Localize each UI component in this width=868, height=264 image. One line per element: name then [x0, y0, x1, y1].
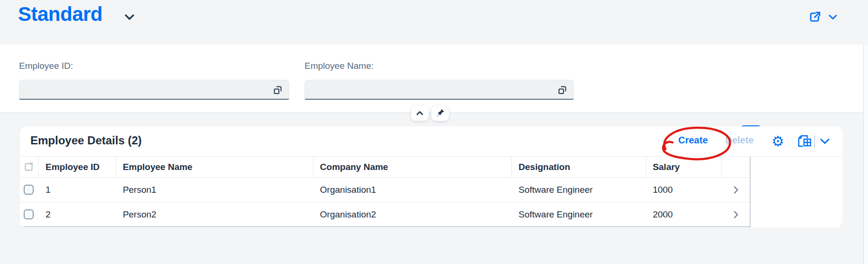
chevron-up-icon — [416, 111, 424, 116]
row-checkbox[interactable] — [24, 209, 34, 219]
scrollbar[interactable] — [863, 45, 868, 264]
cell-designation: Software Engineer — [512, 178, 646, 202]
employee-name-label: Employee Name: — [305, 61, 374, 71]
delete-button[interactable]: Delete — [725, 135, 754, 146]
gear-icon[interactable]: ⚙ — [770, 132, 786, 151]
employee-id-field[interactable] — [19, 80, 289, 100]
cell-salary: 2000 — [646, 202, 722, 226]
employee-id-label: Employee ID: — [19, 61, 73, 71]
export-menu-chevron-down-icon[interactable] — [820, 138, 830, 145]
table-header-row: Employee ID Employee Name Company Name D… — [20, 157, 750, 178]
toolbar-separator — [814, 135, 815, 148]
variant-chevron-down-icon[interactable] — [124, 13, 135, 21]
employee-table: Employee ID Employee Name Company Name D… — [20, 157, 750, 227]
row-navigation-chevron-icon[interactable] — [722, 178, 750, 202]
clear-selection-icon — [24, 162, 34, 172]
pin-filterbar-button[interactable] — [431, 105, 449, 121]
table-toolbar: Employee Details (2) Create Delete ⚙ — [20, 126, 842, 157]
column-header-navigation — [722, 157, 750, 177]
employee-name-field[interactable] — [305, 80, 574, 100]
variant-title[interactable]: Standard — [18, 3, 102, 26]
value-help-icon[interactable] — [557, 85, 567, 95]
row-checkbox[interactable] — [24, 185, 34, 195]
cell-designation: Software Engineer — [512, 202, 646, 226]
create-button[interactable]: Create — [678, 135, 708, 146]
table-row[interactable]: 1 Person1 Organisation1 Software Enginee… — [20, 178, 750, 202]
export-spreadsheet-icon[interactable] — [796, 133, 813, 149]
column-header-designation[interactable]: Designation — [512, 157, 646, 177]
cell-salary: 1000 — [646, 178, 722, 202]
row-navigation-chevron-icon[interactable] — [722, 202, 750, 226]
employee-name-input[interactable] — [310, 80, 552, 99]
filter-bar: Employee ID: Employee Name: Go Adapt Fil… — [0, 45, 868, 113]
column-header-salary[interactable]: Salary — [646, 157, 722, 177]
employee-id-input[interactable] — [24, 80, 267, 99]
cell-company-name: Organisation2 — [314, 202, 512, 226]
cell-employee-id: 1 — [39, 178, 116, 202]
cell-employee-name: Person1 — [116, 178, 314, 202]
value-help-icon[interactable] — [273, 85, 283, 95]
page-header: Standard — [0, 0, 868, 45]
header-chevron-down-icon[interactable] — [828, 14, 838, 20]
share-icon[interactable] — [808, 10, 822, 24]
employee-details-card: Employee Details (2) Create Delete ⚙ — [20, 126, 842, 227]
cell-employee-id: 2 — [39, 202, 116, 226]
table-row[interactable]: 2 Person2 Organisation2 Software Enginee… — [20, 202, 750, 227]
cell-company-name: Organisation1 — [314, 178, 512, 202]
deselect-all-cell[interactable] — [20, 157, 39, 177]
table-title: Employee Details (2) — [30, 134, 142, 147]
column-header-employee-id[interactable]: Employee ID — [39, 157, 116, 177]
collapse-filterbar-button[interactable] — [411, 105, 429, 121]
column-header-company-name[interactable]: Company Name — [314, 157, 512, 177]
pushpin-icon — [435, 108, 445, 118]
cell-employee-name: Person2 — [116, 202, 314, 226]
column-header-employee-name[interactable]: Employee Name — [116, 157, 314, 177]
